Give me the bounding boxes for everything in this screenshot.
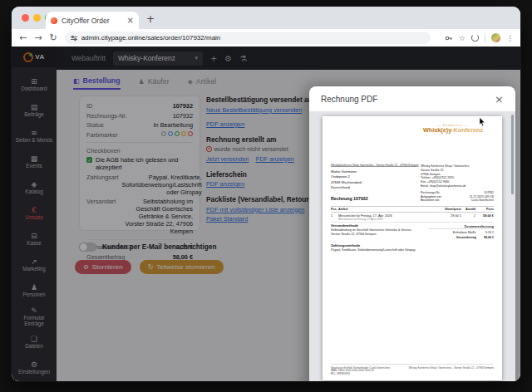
new-tab-button[interactable]: + — [146, 13, 155, 25]
pdf-footer: Sparkasse Krefeld, Kontoinhaber: Carla G… — [331, 365, 494, 375]
pdf-items-table: Pos Artikel Einzelpreis Anzahl Preis 1 M… — [331, 206, 494, 223]
passwords-key-icon[interactable] — [445, 34, 453, 42]
site-settings-icon[interactable] — [71, 35, 77, 42]
pdf-shipping-method: Versandmethode Selbstabholung im Geschäf… — [331, 223, 421, 236]
pdf-page: — Kempener — Whisk(e)y-Konferenz Whiskyk… — [323, 116, 502, 380]
extensions-icon[interactable] — [471, 34, 479, 42]
pdf-company-block: Whisky Konferenz Shop / Goertsches Vorst… — [421, 164, 469, 188]
tab-favicon-icon — [51, 17, 57, 24]
pdf-payment-method: Zahlungsmethode Paypal, Kreditkarte, Sof… — [331, 243, 456, 252]
tab-title: CityOffer Order — [62, 17, 123, 25]
close-icon[interactable]: × — [495, 94, 504, 105]
browser-window: CityOffer Order × + ← → ↻ admin.citypage… — [12, 7, 520, 381]
pdf-scrollbar[interactable] — [511, 115, 514, 194]
pdf-recipient: Marko Gartmann Ondepoort 2 47669 Wachten… — [331, 169, 362, 190]
invoice-pdf-drawer: Rechnung PDF × — Kempener — Whisk(e)y-Ko… — [309, 86, 515, 381]
close-window-button[interactable] — [22, 14, 29, 22]
mouse-cursor-icon — [479, 117, 486, 126]
address-bar[interactable]: admin.citypage.online/sales/order/107932… — [65, 32, 431, 44]
browser-menu-icon[interactable]: ⋮ — [506, 34, 514, 42]
url-text: admin.citypage.online/sales/order/107932… — [81, 34, 221, 42]
tab-close-icon[interactable]: × — [127, 17, 134, 25]
pdf-sender-line: Whiskykonferenz Shop Goertsches - Vorste… — [331, 164, 419, 167]
toolbar-divider — [485, 33, 485, 42]
browser-toolbar: ← → ↻ admin.citypage.online/sales/order/… — [12, 29, 520, 47]
browser-tabstrip: CityOffer Order × + — [12, 7, 520, 29]
pdf-item-row: 1 Messeticket für Freitag, 17. Apr. 2026… — [331, 213, 494, 223]
back-icon[interactable]: ← — [19, 32, 27, 43]
forward-icon[interactable]: → — [34, 32, 42, 43]
pdf-summary: Zusammenfassung Enthaltene MwSt.9,26 € G… — [428, 224, 494, 239]
bookmark-star-icon[interactable]: ☆ — [459, 34, 466, 42]
drawer-title: Rechnung PDF — [321, 95, 377, 104]
profile-avatar[interactable] — [491, 33, 500, 42]
pdf-doc-title: Rechnung 107932 — [331, 196, 368, 201]
screenshot: CityOffer Order × + ← → ↻ admin.citypage… — [0, 0, 532, 392]
minimize-window-button[interactable] — [33, 14, 41, 22]
reload-icon[interactable]: ↻ — [49, 32, 57, 43]
drawer-header: Rechnung PDF × — [309, 86, 515, 111]
pdf-viewer: — Kempener — Whisk(e)y-Konferenz Whiskyk… — [309, 111, 515, 381]
app-region: VA ⊞Dashboard ▤Beiträge ≡Seiten & Menüs … — [12, 47, 520, 381]
browser-tab[interactable]: CityOffer Order × — [46, 12, 139, 29]
pdf-meta: Rechnungs-Nr.107932 Aufgegeben am11.12.2… — [421, 191, 494, 202]
